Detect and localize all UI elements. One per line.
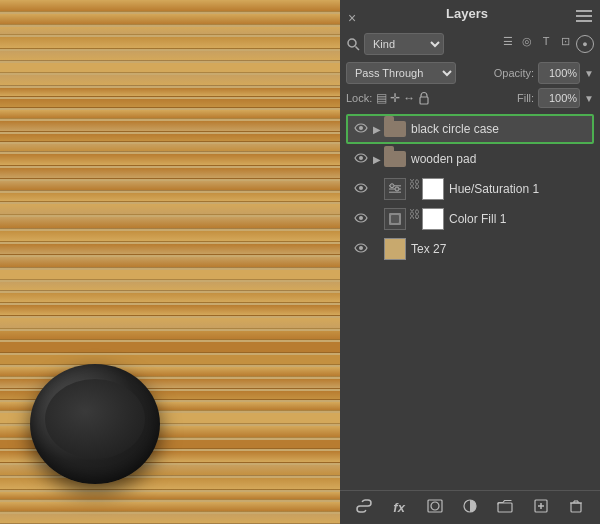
layer-thumbnails: ⛓ <box>384 208 444 230</box>
lock-all-icon[interactable] <box>418 91 430 105</box>
layer-name: Tex 27 <box>411 242 588 256</box>
svg-point-0 <box>348 39 356 47</box>
layer-item-hue-saturation[interactable]: ⛓ Hue/Saturation 1 <box>346 174 594 204</box>
fill-label: Fill: <box>517 92 534 104</box>
layer-folder-thumb <box>384 148 406 170</box>
search-icon <box>346 37 360 51</box>
svg-rect-13 <box>391 215 399 223</box>
bowl-inner <box>45 379 145 459</box>
svg-point-10 <box>395 187 399 191</box>
layer-visibility-eye[interactable] <box>352 242 370 256</box>
lock-artboards-icon[interactable]: ↔ <box>403 91 415 105</box>
opacity-label: Opacity: <box>494 67 534 79</box>
opacity-arrow[interactable]: ▼ <box>584 68 594 79</box>
filter-type-select[interactable]: Kind <box>364 33 444 55</box>
new-group-button[interactable] <box>493 499 517 516</box>
layer-name: Hue/Saturation 1 <box>449 182 588 196</box>
layer-chain-icon[interactable]: ⛓ <box>407 178 421 200</box>
lock-position-icon[interactable]: ✛ <box>390 91 400 105</box>
blend-row: Pass Through Opacity: ▼ <box>346 62 594 84</box>
blend-mode-select[interactable]: Pass Through <box>346 62 456 84</box>
svg-rect-19 <box>498 503 512 512</box>
layer-expand-arrow[interactable]: ▶ <box>370 154 384 165</box>
panel-title: Layers <box>438 4 496 27</box>
svg-rect-8 <box>389 192 401 194</box>
layer-folder-thumb <box>384 118 406 140</box>
layer-expand-arrow[interactable]: ▶ <box>370 124 384 135</box>
layer-item-tex27[interactable]: Tex 27 <box>346 234 594 264</box>
layer-item-color-fill[interactable]: ⛓ Color Fill 1 <box>346 204 594 234</box>
svg-point-5 <box>359 186 363 190</box>
folder-icon <box>384 151 406 167</box>
fill-arrow[interactable]: ▼ <box>584 93 594 104</box>
menu-line2 <box>576 15 592 17</box>
svg-rect-23 <box>571 503 581 512</box>
layer-visibility-eye[interactable] <box>352 152 370 166</box>
folder-icon <box>384 121 406 137</box>
svg-rect-2 <box>420 97 428 104</box>
adjustment-thumb <box>384 178 406 200</box>
panel-toolbar: fx <box>340 490 600 524</box>
filter-pixel-icon[interactable]: ☰ <box>500 35 516 53</box>
layer-visibility-eye[interactable] <box>352 182 370 196</box>
panel-content: Kind ☰ ◎ T ⊡ ● Pass Through Opacity: ▼ L… <box>340 31 600 490</box>
layer-name: wooden pad <box>411 152 588 166</box>
filter-shape-icon[interactable]: ⊡ <box>557 35 573 53</box>
svg-point-3 <box>359 126 363 130</box>
filter-icon-group: ☰ ◎ T ⊡ ● <box>500 35 594 53</box>
fx-button[interactable]: fx <box>387 500 411 515</box>
svg-point-11 <box>359 216 363 220</box>
filter-smart-obj-icon[interactable]: ● <box>576 35 594 53</box>
filter-smart-icon[interactable]: ◎ <box>519 35 535 53</box>
panel-titlebar: × Layers <box>340 0 600 31</box>
layer-mask-thumb <box>422 208 444 230</box>
layer-list: ▶ black circle case ▶ wooden p <box>346 114 594 490</box>
layer-item-black-circle-case[interactable]: ▶ black circle case <box>346 114 594 144</box>
layer-visibility-eye[interactable] <box>352 212 370 226</box>
layer-name: black circle case <box>411 122 588 136</box>
image-thumb <box>384 238 406 260</box>
photo-canvas <box>0 0 340 524</box>
delete-layer-button[interactable] <box>564 499 588 516</box>
lock-icons-group: ▤ ✛ ↔ <box>376 91 430 105</box>
fill-thumb <box>384 208 406 230</box>
fill-input[interactable] <box>538 88 580 108</box>
layer-thumbnails: ⛓ <box>384 178 444 200</box>
add-adjustment-button[interactable] <box>458 499 482 516</box>
menu-line3 <box>576 20 592 22</box>
filter-row: Kind ☰ ◎ T ⊡ ● <box>346 31 594 57</box>
link-layers-button[interactable] <box>352 499 376 516</box>
menu-line1 <box>576 10 592 12</box>
layer-visibility-eye[interactable] <box>352 122 370 136</box>
panel-close-button[interactable]: × <box>348 11 358 21</box>
bowl <box>30 364 160 484</box>
lock-label: Lock: <box>346 92 372 104</box>
new-layer-button[interactable] <box>529 499 553 516</box>
svg-point-14 <box>359 246 363 250</box>
opacity-input[interactable] <box>538 62 580 84</box>
svg-point-17 <box>431 502 439 510</box>
layer-name: Color Fill 1 <box>449 212 588 226</box>
layer-item-wooden-pad[interactable]: ▶ wooden pad <box>346 144 594 174</box>
filter-type-icon[interactable]: T <box>538 35 554 53</box>
layer-chain-icon[interactable]: ⛓ <box>407 208 421 230</box>
layer-thumbnails <box>384 238 406 260</box>
lock-pixels-icon[interactable]: ▤ <box>376 91 387 105</box>
layers-panel: × Layers Kind ☰ ◎ T ⊡ ● <box>340 0 600 524</box>
layer-mask-thumb <box>422 178 444 200</box>
add-mask-button[interactable] <box>423 499 447 516</box>
svg-point-4 <box>359 156 363 160</box>
svg-line-1 <box>356 47 360 51</box>
panel-menu-button[interactable] <box>576 10 592 22</box>
svg-point-9 <box>390 184 394 188</box>
lock-fill-row: Lock: ▤ ✛ ↔ Fill: ▼ <box>346 88 594 108</box>
